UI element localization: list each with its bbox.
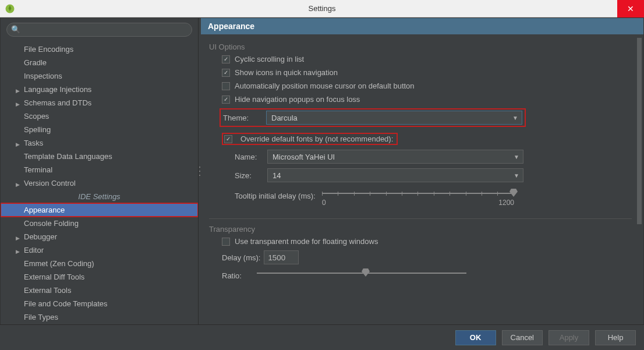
ratio-label: Ratio: bbox=[222, 268, 257, 280]
scrollbar[interactable] bbox=[637, 38, 642, 321]
sidebar-item[interactable]: External Tools bbox=[1, 284, 198, 297]
sidebar-item[interactable]: Editor bbox=[1, 243, 198, 257]
group-label-ui-options: UI Options bbox=[209, 43, 632, 51]
page-title: Appearance bbox=[201, 18, 643, 34]
slider-max-label: 1200 bbox=[498, 199, 514, 207]
show-icons-checkbox-row[interactable]: Show icons in quick navigation bbox=[222, 68, 632, 77]
app-icon bbox=[5, 3, 15, 14]
sidebar-item[interactable]: Console Folding bbox=[1, 217, 198, 230]
slider-min-label: 0 bbox=[322, 199, 326, 207]
sidebar-item[interactable]: Scopes bbox=[1, 109, 198, 123]
sidebar-item[interactable]: Version Control bbox=[1, 176, 198, 190]
font-size-value: 14 bbox=[273, 171, 281, 180]
search-icon: 🔍 bbox=[11, 25, 20, 34]
cyclic-scrolling-checkbox-row[interactable]: Cyclic scrolling in list bbox=[222, 55, 632, 63]
chevron-down-icon: ▼ bbox=[514, 172, 519, 179]
titlebar: Settings ✕ bbox=[0, 0, 644, 17]
checkbox-label: Automatically position mouse cursor on d… bbox=[235, 82, 415, 90]
sidebar-item[interactable]: Terminal bbox=[1, 163, 198, 176]
sidebar-item-appearance[interactable]: Appearance bbox=[1, 203, 198, 217]
delay-input[interactable] bbox=[264, 250, 299, 264]
sidebar-item[interactable]: Spelling bbox=[1, 123, 198, 136]
main-panel: Appearance UI Options Cyclic scrolling i… bbox=[201, 18, 643, 324]
ok-button[interactable]: OK bbox=[455, 330, 496, 345]
checkbox-icon bbox=[222, 82, 230, 90]
help-button[interactable]: Help bbox=[595, 330, 636, 345]
checkbox-icon bbox=[222, 238, 230, 246]
ratio-slider[interactable] bbox=[257, 268, 466, 291]
close-button[interactable]: ✕ bbox=[617, 0, 644, 17]
sidebar-item[interactable]: File Encodings bbox=[1, 43, 198, 56]
font-size-label: Size: bbox=[235, 171, 267, 180]
sidebar-item[interactable]: Emmet (Zen Coding) bbox=[1, 257, 198, 270]
use-transparent-checkbox-row[interactable]: Use transparent mode for floating window… bbox=[222, 237, 632, 246]
sidebar-item[interactable]: Gradle bbox=[1, 56, 198, 69]
sidebar-item[interactable]: Inspections bbox=[1, 69, 198, 83]
sidebar-section-header: IDE Settings bbox=[1, 190, 198, 203]
apply-button[interactable]: Apply bbox=[549, 330, 589, 345]
font-name-combobox[interactable]: Microsoft YaHei UI ▼ bbox=[267, 150, 523, 164]
theme-value: Darcula bbox=[271, 114, 298, 122]
separator bbox=[209, 218, 632, 219]
theme-label: Theme: bbox=[223, 114, 266, 122]
override-fonts-label: Override default fonts by (not recommend… bbox=[240, 135, 393, 143]
chevron-down-icon: ▼ bbox=[514, 154, 519, 160]
slider-thumb-icon bbox=[362, 268, 370, 277]
hide-nav-popups-checkbox-row[interactable]: Hide navigation popups on focus loss bbox=[222, 95, 632, 104]
chevron-down-icon: ▼ bbox=[512, 115, 518, 121]
auto-position-mouse-checkbox-row[interactable]: Automatically position mouse cursor on d… bbox=[222, 82, 632, 90]
tooltip-delay-label: Tooltip initial delay (ms): bbox=[235, 188, 322, 200]
sidebar-item[interactable]: General bbox=[1, 324, 198, 324]
checkbox-label: Use transparent mode for floating window… bbox=[235, 237, 378, 246]
settings-tree: File Encodings Gradle Inspections Langua… bbox=[1, 41, 198, 324]
font-name-value: Microsoft YaHei UI bbox=[273, 153, 335, 161]
dialog-footer: OK Cancel Apply Help bbox=[0, 324, 644, 350]
theme-combobox[interactable]: Darcula ▼ bbox=[266, 111, 522, 125]
checkbox-label: Hide navigation popups on focus loss bbox=[235, 95, 360, 104]
sidebar-item[interactable]: External Diff Tools bbox=[1, 270, 198, 284]
checkbox-icon bbox=[222, 96, 230, 104]
sidebar-item[interactable]: Schemas and DTDs bbox=[1, 96, 198, 109]
sidebar-item[interactable]: Tasks bbox=[1, 136, 198, 150]
sidebar-item[interactable]: File and Code Templates bbox=[1, 297, 198, 310]
sidebar-item[interactable]: Language Injections bbox=[1, 83, 198, 96]
group-label-transparency: Transparency bbox=[209, 225, 632, 234]
delay-label: Delay (ms): bbox=[222, 253, 260, 262]
checkbox-label: Show icons in quick navigation bbox=[235, 68, 338, 77]
window-title: Settings bbox=[309, 4, 336, 13]
sidebar: 🔍 File Encodings Gradle Inspections Lang… bbox=[1, 18, 199, 324]
search-input[interactable] bbox=[6, 23, 192, 37]
tooltip-delay-slider[interactable]: 0 1200 bbox=[322, 188, 514, 211]
sidebar-item[interactable]: File Types bbox=[1, 310, 198, 324]
checkbox-icon bbox=[222, 69, 230, 77]
sidebar-item[interactable]: Template Data Languages bbox=[1, 150, 198, 163]
checkbox-icon bbox=[222, 55, 230, 63]
override-fonts-checkbox[interactable] bbox=[224, 135, 232, 143]
font-name-label: Name: bbox=[235, 153, 267, 161]
checkbox-label: Cyclic scrolling in list bbox=[235, 55, 304, 63]
cancel-button[interactable]: Cancel bbox=[502, 330, 543, 345]
font-size-combobox[interactable]: 14 ▼ bbox=[267, 168, 523, 182]
sidebar-item[interactable]: Debugger bbox=[1, 230, 198, 243]
